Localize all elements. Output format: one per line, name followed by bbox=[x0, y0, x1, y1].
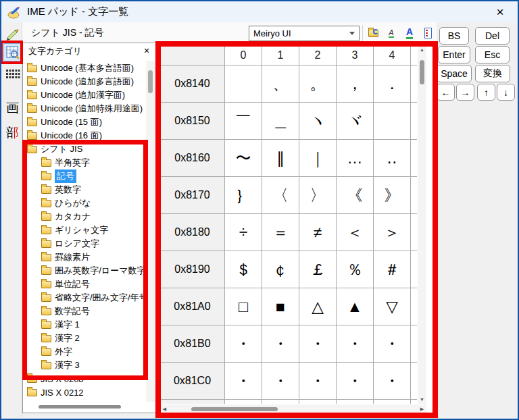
arrow-up-button[interactable]: ↑ bbox=[477, 84, 495, 101]
grid-char-cell[interactable]: ・ bbox=[337, 363, 374, 400]
tree-item[interactable]: Unicode (追加特殊用途面) bbox=[24, 102, 145, 115]
grid-char-cell[interactable]: ▽ bbox=[374, 288, 411, 325]
tree-item[interactable]: 単位記号 bbox=[24, 278, 145, 291]
tree-item[interactable]: カタカナ bbox=[24, 210, 145, 224]
bs-button[interactable]: BS bbox=[439, 27, 469, 45]
grid-char-cell[interactable]: ＞ bbox=[374, 214, 411, 251]
font-style-icon[interactable]: A bbox=[403, 27, 416, 39]
grid-char-cell[interactable]: ゝ bbox=[374, 103, 411, 140]
tree-item[interactable]: シフト JIS bbox=[24, 142, 145, 156]
stroke-count-icon[interactable]: 画 bbox=[3, 99, 22, 117]
half-width-char-icon[interactable]: A bbox=[385, 27, 397, 39]
tree-item[interactable]: Unicode (16 面) bbox=[24, 129, 145, 142]
grid-char-cell[interactable]: ￣ bbox=[225, 103, 262, 140]
grid-vertical-scrollbar-thumb[interactable] bbox=[420, 60, 424, 84]
grid-horizontal-scrollbar-thumb[interactable] bbox=[191, 407, 278, 411]
grid-char-cell[interactable]: ∥ bbox=[262, 140, 299, 177]
tree-horizontal-scrollbar-thumb[interactable] bbox=[39, 405, 121, 409]
tree-item[interactable]: ひらがな bbox=[24, 196, 145, 210]
arrow-right-button[interactable]: → bbox=[456, 84, 474, 101]
char-detail-icon[interactable] bbox=[422, 27, 434, 39]
category-folder-icon[interactable] bbox=[367, 27, 379, 39]
grid-char-cell[interactable]: ■ bbox=[262, 288, 299, 325]
esc-button[interactable]: Esc bbox=[475, 46, 510, 63]
grid-char-cell[interactable]: ＜ bbox=[337, 214, 374, 251]
tree-item[interactable]: 罫線素片 bbox=[24, 251, 145, 264]
grid-char-cell[interactable]: 〈 bbox=[262, 177, 299, 214]
grid-char-cell[interactable]: ‥ bbox=[374, 140, 411, 177]
grid-vertical-scrollbar[interactable]: ▲ ▼ bbox=[418, 45, 426, 404]
tree-horizontal-scrollbar[interactable] bbox=[24, 403, 145, 411]
tree-item[interactable]: Unicode (追加漢字面) bbox=[24, 88, 145, 102]
grid-char-cell[interactable]: □ bbox=[225, 288, 262, 325]
tree-item[interactable]: 漢字 2 bbox=[24, 332, 145, 345]
tree-item[interactable]: 記号 bbox=[24, 169, 145, 183]
grid-char-cell[interactable]: 〜 bbox=[225, 140, 262, 177]
scroll-up-icon[interactable]: ▲ bbox=[418, 45, 426, 54]
grid-char-cell[interactable]: ▲ bbox=[337, 288, 374, 325]
grid-char-cell[interactable]: ・ bbox=[225, 363, 262, 400]
tree-item[interactable]: 外字 bbox=[24, 345, 145, 359]
grid-char-cell[interactable]: ｜ bbox=[299, 140, 337, 177]
radical-icon[interactable]: 部 bbox=[3, 124, 22, 142]
grid-char-cell[interactable]: ￡ bbox=[299, 251, 337, 288]
grid-char-cell[interactable]: ・ bbox=[299, 325, 337, 363]
window-close-button[interactable]: × bbox=[488, 3, 512, 21]
grid-char-cell[interactable]: ・ bbox=[374, 363, 411, 400]
grid-char-cell[interactable]: ・ bbox=[374, 325, 411, 363]
grid-char-cell[interactable]: ＄ bbox=[225, 251, 262, 288]
grid-char-cell[interactable]: ・ bbox=[337, 325, 374, 363]
grid-char-cell[interactable]: ， bbox=[337, 65, 374, 103]
grid-char-cell[interactable]: 《 bbox=[337, 177, 374, 214]
henkan-button[interactable]: 変換 bbox=[475, 65, 510, 82]
character-list-icon[interactable] bbox=[3, 43, 22, 61]
tree-item[interactable]: Unicode (15 面) bbox=[24, 115, 145, 129]
grid-char-cell[interactable]: 。 bbox=[299, 65, 337, 103]
scroll-down-icon[interactable]: ▼ bbox=[418, 395, 426, 404]
tree-item[interactable]: ギリシャ文字 bbox=[24, 224, 145, 237]
enter-button[interactable]: Enter bbox=[438, 46, 470, 63]
grid-char-cell[interactable]: ・ bbox=[299, 363, 337, 400]
tree-item[interactable]: 省略文字/囲み文字/年号 bbox=[24, 291, 145, 305]
grid-char-cell[interactable]: ヽ bbox=[299, 103, 337, 140]
grid-char-cell[interactable]: 〉 bbox=[299, 177, 337, 214]
grid-char-cell[interactable]: ｝ bbox=[225, 177, 262, 214]
grid-char-cell[interactable] bbox=[225, 65, 262, 103]
tree-item[interactable]: 英数字 bbox=[24, 183, 145, 196]
scroll-left-icon[interactable]: ◀ bbox=[160, 404, 169, 414]
arrow-down-button[interactable]: ↓ bbox=[497, 84, 515, 101]
handwriting-icon[interactable] bbox=[3, 25, 22, 43]
grid-char-cell[interactable]: ≠ bbox=[299, 214, 337, 251]
arrow-left-button[interactable]: ← bbox=[437, 84, 455, 101]
grid-char-cell[interactable]: ￠ bbox=[262, 251, 299, 288]
grid-char-cell[interactable]: ＿ bbox=[262, 103, 299, 140]
grid-char-cell[interactable]: ％ bbox=[337, 251, 374, 288]
grid-char-cell[interactable]: ＃ bbox=[374, 251, 411, 288]
grid-char-cell[interactable]: … bbox=[337, 140, 374, 177]
tree-close-button[interactable]: × bbox=[141, 45, 153, 57]
scroll-right-icon[interactable]: ▶ bbox=[418, 404, 426, 414]
grid-char-cell[interactable]: ． bbox=[374, 65, 411, 103]
tree-item[interactable]: 囲み英数字/ローマ数字 bbox=[24, 264, 145, 278]
grid-char-cell[interactable]: ・ bbox=[262, 325, 299, 363]
grid-char-cell[interactable]: ÷ bbox=[225, 214, 262, 251]
space-button[interactable]: Space bbox=[437, 65, 472, 82]
soft-keyboard-icon[interactable] bbox=[3, 65, 22, 84]
tree-item[interactable]: ロシア文字 bbox=[24, 237, 145, 251]
tree-item[interactable]: JIS X 0212 bbox=[24, 386, 145, 399]
grid-char-cell[interactable]: △ bbox=[299, 288, 337, 325]
tree-item[interactable]: 数学記号 bbox=[24, 305, 145, 318]
tree-item[interactable]: 半角英字 bbox=[24, 156, 145, 169]
tree-item[interactable]: Unicode (基本多言語面) bbox=[24, 61, 145, 75]
tree-item[interactable]: JIS X 0208 bbox=[24, 372, 145, 386]
del-button[interactable]: Del bbox=[475, 27, 510, 45]
grid-horizontal-scrollbar[interactable]: ◀ ▶ bbox=[160, 404, 426, 414]
grid-char-cell[interactable]: 、 bbox=[262, 65, 299, 103]
grid-char-cell[interactable]: ヾ bbox=[337, 103, 374, 140]
font-select[interactable]: Meiryo UI bbox=[249, 26, 360, 41]
tree-item[interactable]: 漢字 3 bbox=[24, 359, 145, 372]
tree-item[interactable]: 漢字 1 bbox=[24, 318, 145, 332]
grid-char-cell[interactable]: ・ bbox=[262, 363, 299, 400]
grid-char-cell[interactable]: ・ bbox=[225, 325, 262, 363]
tree-item[interactable]: Unicode (追加多言語面) bbox=[24, 75, 145, 88]
